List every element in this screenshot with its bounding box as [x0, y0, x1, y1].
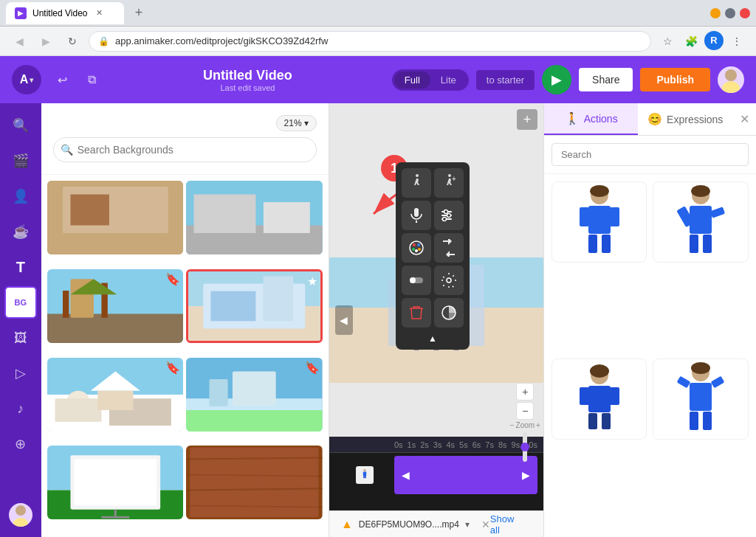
bookmark-button[interactable]: ☆ — [657, 31, 678, 52]
ruler-3s: 3s — [433, 440, 447, 449]
svg-point-75 — [363, 469, 365, 471]
publish-button[interactable]: Publish — [640, 68, 710, 91]
search-left-icon: 🔍 — [61, 144, 73, 156]
undo-button[interactable]: ↩ — [50, 68, 74, 91]
sidebar-more[interactable]: ⊕ — [4, 428, 37, 460]
app-logo[interactable]: A ▾ — [12, 65, 41, 94]
search-input-wrap: 🔍 — [53, 137, 317, 162]
starter-button[interactable]: to starter — [476, 70, 535, 90]
ctx-trash[interactable] — [402, 298, 431, 328]
close-window-button[interactable] — [740, 8, 750, 18]
tab-actions[interactable]: 🚶 Actions — [544, 103, 639, 135]
reload-button[interactable]: ↻ — [62, 31, 83, 52]
close-panel-button[interactable]: ✕ — [732, 103, 756, 135]
actions-search-input[interactable] — [551, 143, 749, 166]
svg-rect-89 — [690, 235, 698, 253]
url-text: app.animaker.com/editproject/gikSKCO39Zd… — [115, 35, 328, 46]
ctx-mic[interactable] — [402, 201, 431, 230]
show-all-button[interactable]: Show all — [490, 513, 520, 536]
ctx-palette[interactable] — [402, 233, 431, 263]
bg-item-1[interactable] — [47, 181, 184, 254]
svg-point-73 — [447, 278, 451, 283]
menu-button[interactable]: ⋮ — [726, 31, 747, 52]
sidebar-props[interactable]: ☕ — [4, 215, 37, 248]
track-arrow-left[interactable]: ◀ — [394, 469, 410, 481]
ctx-walk-plus[interactable]: + — [434, 168, 464, 198]
forward-button[interactable]: ▶ — [35, 31, 56, 52]
minimize-button[interactable] — [710, 8, 721, 18]
bg-item-2[interactable] — [186, 181, 323, 254]
ruler-5s: 5s — [459, 440, 472, 449]
character-card-4[interactable] — [653, 358, 749, 440]
mode-full-button[interactable]: Full — [394, 72, 430, 89]
ctx-chart[interactable] — [434, 298, 464, 328]
download-file-icon: ▲ — [341, 518, 353, 531]
zoom-slider[interactable] — [523, 432, 527, 462]
lock-icon: 🔒 — [98, 36, 109, 46]
bg-item-4[interactable]: ★ — [186, 269, 323, 343]
sidebar-video[interactable]: ▷ — [4, 357, 37, 389]
character-card-3[interactable] — [551, 358, 647, 440]
tab-expressions[interactable]: 😊 Expressions — [638, 103, 732, 135]
expressions-tab-icon: 😊 — [647, 112, 662, 126]
bg-item-5[interactable]: 🔖 — [47, 358, 184, 432]
sidebar-text[interactable]: T — [4, 251, 37, 283]
copy-button[interactable]: ⧉ — [80, 68, 103, 91]
actions-tab-icon: 🚶 — [565, 111, 580, 125]
zoom-out-button[interactable]: − — [516, 402, 534, 420]
browser-tab[interactable]: ▶ Untitled Video ✕ — [6, 2, 124, 24]
character-card-2[interactable] — [653, 181, 749, 263]
track-label — [335, 466, 394, 484]
characters-icon: 👤 — [13, 188, 29, 204]
profile-avatar[interactable]: R — [704, 31, 724, 50]
toolbar-actions-left: ↩ ⧉ — [50, 68, 103, 91]
svg-rect-14 — [63, 291, 69, 318]
back-button[interactable]: ◀ — [9, 31, 30, 52]
ctx-walk[interactable] — [402, 168, 431, 198]
search-icon: 🔍 — [13, 117, 29, 134]
svg-rect-10 — [264, 202, 310, 233]
svg-rect-105 — [677, 376, 691, 389]
share-button[interactable]: Share — [579, 68, 633, 91]
address-bar[interactable]: 🔒 app.animaker.com/editproject/gikSKCO39… — [89, 31, 651, 52]
add-scene-button[interactable]: + — [517, 109, 537, 130]
download-chevron[interactable]: ▾ — [465, 519, 470, 530]
bg-item-6[interactable]: 🔖 — [186, 358, 323, 432]
download-item: ▲ DE6FP5MUOM9O....mp4 ▾ ✕ — [341, 518, 490, 531]
ctx-swap[interactable] — [434, 233, 464, 263]
sidebar-user[interactable] — [4, 499, 37, 531]
tab-actions-label: Actions — [584, 113, 618, 125]
tab-close-button[interactable]: ✕ — [94, 7, 106, 19]
track-arrow-right[interactable]: ▶ — [522, 469, 530, 481]
bg-item-7[interactable] — [47, 446, 184, 519]
sidebar-images[interactable]: 🖼 — [4, 322, 37, 354]
bg-item-3[interactable]: 🔖 — [47, 269, 184, 343]
new-tab-button[interactable]: + — [128, 3, 149, 24]
ruler-0s: 0s — [394, 440, 408, 449]
character-card-1[interactable] — [551, 181, 647, 263]
ctx-audio-settings[interactable] — [434, 201, 464, 230]
sidebar-characters[interactable]: 👤 — [4, 180, 37, 212]
zoom-in-button[interactable]: + — [516, 383, 534, 401]
user-avatar[interactable] — [718, 66, 744, 93]
canvas-prev-button[interactable]: ◀ — [335, 305, 353, 335]
background-search-input[interactable] — [53, 137, 317, 162]
sidebar-media[interactable]: 🎬 — [4, 145, 37, 177]
bg-item-8[interactable] — [186, 446, 323, 519]
svg-rect-85 — [610, 207, 619, 226]
play-button[interactable]: ▶ — [542, 65, 571, 94]
svg-point-80 — [590, 185, 609, 197]
maximize-button[interactable] — [725, 8, 735, 18]
ruler-2s: 2s — [420, 440, 433, 449]
mode-lite-button[interactable]: Lite — [430, 72, 467, 89]
ctx-toggle[interactable] — [402, 266, 431, 295]
extensions-button[interactable]: 🧩 — [681, 31, 701, 52]
sidebar-search[interactable]: 🔍 — [4, 109, 37, 142]
ctx-gear[interactable] — [434, 266, 464, 295]
ctx-expand-arrow[interactable]: ▲ — [402, 330, 464, 344]
bookmark-6: 🔖 — [305, 361, 320, 375]
svg-point-3 — [13, 518, 28, 527]
download-close-button[interactable]: ✕ — [481, 519, 490, 530]
sidebar-music[interactable]: ♪ — [4, 392, 37, 425]
sidebar-backgrounds[interactable]: BG — [4, 286, 37, 319]
